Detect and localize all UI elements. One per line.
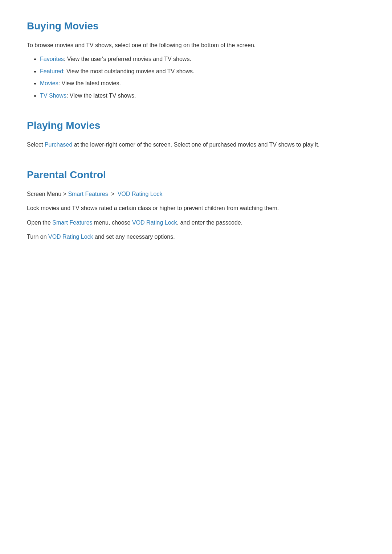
smart-features-link-2[interactable]: Smart Features bbox=[52, 219, 92, 226]
buying-movies-list: Favorites: View the user's preferred mov… bbox=[27, 54, 365, 100]
breadcrumb: Screen Menu > Smart Features > VOD Ratin… bbox=[27, 189, 365, 199]
movies-link[interactable]: Movies bbox=[40, 80, 58, 86]
featured-desc: : View the most outstanding movies and T… bbox=[63, 68, 194, 74]
parental-para-1: Lock movies and TV shows rated a certain… bbox=[27, 203, 365, 213]
parental-control-title: Parental Control bbox=[27, 167, 365, 183]
list-item: Favorites: View the user's preferred mov… bbox=[40, 54, 365, 64]
tv-shows-link[interactable]: TV Shows bbox=[40, 93, 66, 99]
buying-movies-section: Buying Movies To browse movies and TV sh… bbox=[27, 18, 365, 100]
parental-control-section: Parental Control Screen Menu > Smart Fea… bbox=[27, 167, 365, 242]
buying-movies-body: To browse movies and TV shows, select on… bbox=[27, 40, 365, 100]
buying-movies-intro: To browse movies and TV shows, select on… bbox=[27, 40, 365, 50]
featured-link[interactable]: Featured bbox=[40, 68, 63, 74]
vod-rating-lock-link-2[interactable]: VOD Rating Lock bbox=[132, 219, 177, 226]
vod-rating-lock-link-3[interactable]: VOD Rating Lock bbox=[48, 234, 93, 240]
list-item: Featured: View the most outstanding movi… bbox=[40, 67, 365, 76]
parental-control-body: Screen Menu > Smart Features > VOD Ratin… bbox=[27, 189, 365, 242]
parental-para-2: Open the Smart Features menu, choose VOD… bbox=[27, 218, 365, 227]
playing-movies-title: Playing Movies bbox=[27, 118, 365, 134]
tv-shows-desc: : View the latest TV shows. bbox=[66, 93, 136, 99]
smart-features-link-1[interactable]: Smart Features bbox=[68, 191, 108, 197]
breadcrumb-separator: > bbox=[110, 191, 116, 197]
movies-desc: : View the latest movies. bbox=[58, 80, 121, 86]
parental-para-3: Turn on VOD Rating Lock and set any nece… bbox=[27, 232, 365, 242]
purchased-link[interactable]: Purchased bbox=[45, 141, 73, 148]
favorites-link[interactable]: Favorites bbox=[40, 56, 64, 62]
list-item: Movies: View the latest movies. bbox=[40, 79, 365, 88]
breadcrumb-prefix: Screen Menu > bbox=[27, 191, 68, 197]
playing-movies-para: Select Purchased at the lower-right corn… bbox=[27, 140, 365, 149]
playing-movies-section: Playing Movies Select Purchased at the l… bbox=[27, 118, 365, 149]
list-item: TV Shows: View the latest TV shows. bbox=[40, 91, 365, 100]
playing-movies-body: Select Purchased at the lower-right corn… bbox=[27, 140, 365, 149]
favorites-desc: : View the user's preferred movies and T… bbox=[64, 56, 191, 62]
buying-movies-title: Buying Movies bbox=[27, 18, 365, 34]
vod-rating-lock-link-1[interactable]: VOD Rating Lock bbox=[118, 191, 163, 197]
